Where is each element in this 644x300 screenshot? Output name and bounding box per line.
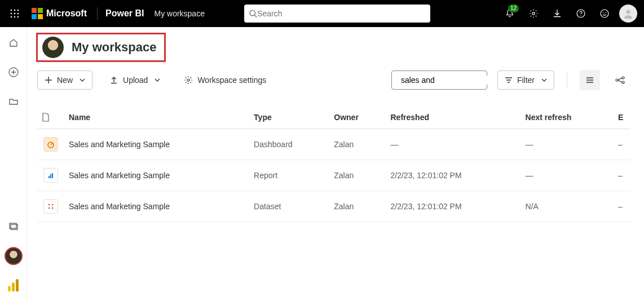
filter-button[interactable]: Filter bbox=[497, 70, 554, 90]
waffle-icon bbox=[10, 9, 19, 18]
table-row[interactable]: Sales and Marketing Sample Dataset Zalan… bbox=[37, 191, 630, 222]
svg-point-9 bbox=[250, 10, 255, 16]
svg-point-34 bbox=[52, 208, 53, 209]
svg-line-10 bbox=[254, 15, 257, 17]
list-view-button[interactable] bbox=[580, 70, 600, 90]
cell-refreshed: 2/2/23, 12:01:02 PM bbox=[386, 160, 521, 191]
account-button[interactable] bbox=[618, 3, 638, 24]
nav-create[interactable] bbox=[5, 63, 23, 81]
content-list: Name Type Owner Refreshed Next refresh E… bbox=[27, 96, 644, 222]
svg-point-3 bbox=[11, 13, 12, 15]
svg-rect-29 bbox=[50, 174, 51, 178]
workspace-header: My workspace bbox=[36, 33, 166, 62]
question-icon bbox=[576, 8, 586, 19]
table-row[interactable]: Sales and Marketing Sample Report Zalan … bbox=[37, 160, 630, 191]
workspace-settings-label: Workspace settings bbox=[197, 76, 266, 85]
left-nav bbox=[0, 27, 27, 300]
nav-powerbi[interactable] bbox=[5, 276, 23, 294]
cell-name[interactable]: Sales and Marketing Sample bbox=[64, 160, 249, 191]
cell-owner: Zalan bbox=[329, 160, 386, 191]
list-view-icon bbox=[585, 76, 594, 85]
col-type[interactable]: Type bbox=[249, 106, 329, 129]
cell-next: — bbox=[521, 129, 614, 160]
cell-type: Dataset bbox=[249, 191, 329, 222]
workspace-toolbar: New Upload Workspace settings Filter bbox=[27, 62, 644, 96]
nav-my-workspace[interactable] bbox=[5, 247, 23, 265]
cell-name[interactable]: Sales and Marketing Sample bbox=[64, 191, 249, 222]
folder-icon bbox=[8, 96, 19, 107]
file-icon bbox=[42, 113, 50, 122]
cell-type: Dashboard bbox=[249, 129, 329, 160]
toolbar-divider bbox=[567, 72, 567, 88]
main-content: My workspace New Upload Workspace settin… bbox=[27, 27, 644, 300]
col-refreshed[interactable]: Refreshed bbox=[386, 106, 521, 129]
content-search[interactable] bbox=[391, 70, 487, 90]
svg-point-15 bbox=[603, 12, 604, 14]
home-icon bbox=[8, 38, 19, 48]
nav-browse[interactable] bbox=[5, 92, 23, 111]
cell-last: – bbox=[614, 160, 630, 191]
chevron-down-icon bbox=[155, 77, 160, 83]
nav-home[interactable] bbox=[5, 34, 23, 52]
svg-point-17 bbox=[627, 10, 630, 14]
svg-point-2 bbox=[17, 10, 19, 11]
feedback-button[interactable] bbox=[594, 3, 615, 24]
workspace-avatar bbox=[42, 37, 64, 58]
cell-refreshed: — bbox=[386, 129, 521, 160]
microsoft-logo: Microsoft bbox=[29, 8, 89, 19]
cell-name[interactable]: Sales and Marketing Sample bbox=[64, 129, 249, 160]
app-launcher-button[interactable] bbox=[6, 5, 24, 23]
table-row[interactable]: Sales and Marketing Sample Dashboard Zal… bbox=[37, 129, 630, 160]
powerbi-icon bbox=[8, 279, 19, 292]
download-button[interactable] bbox=[547, 3, 567, 24]
plus-icon bbox=[45, 76, 52, 84]
gear-icon bbox=[528, 8, 539, 19]
col-next-refresh[interactable]: Next refresh bbox=[521, 106, 614, 129]
product-name[interactable]: Power BI bbox=[105, 8, 144, 19]
chevron-down-icon bbox=[541, 77, 547, 83]
lineage-view-button[interactable] bbox=[610, 70, 630, 90]
nav-workspaces[interactable] bbox=[5, 218, 23, 236]
workspaces-icon bbox=[8, 222, 19, 232]
new-button-label: New bbox=[57, 76, 73, 85]
lineage-view-icon bbox=[615, 76, 625, 85]
col-last[interactable]: E bbox=[614, 106, 630, 129]
svg-point-32 bbox=[52, 204, 53, 205]
svg-point-26 bbox=[622, 81, 624, 83]
search-icon bbox=[249, 9, 257, 18]
svg-point-5 bbox=[17, 13, 19, 15]
filter-button-label: Filter bbox=[517, 76, 535, 85]
table-header-row: Name Type Owner Refreshed Next refresh E bbox=[37, 106, 630, 129]
notifications-button[interactable]: 12 bbox=[500, 3, 520, 24]
svg-point-11 bbox=[532, 12, 535, 15]
svg-point-6 bbox=[11, 16, 12, 18]
breadcrumb-workspace[interactable]: My workspace bbox=[154, 9, 204, 18]
content-search-input[interactable] bbox=[401, 76, 500, 85]
col-name[interactable]: Name bbox=[64, 106, 249, 129]
new-button[interactable]: New bbox=[37, 70, 92, 90]
settings-button[interactable] bbox=[523, 3, 544, 24]
upload-button[interactable]: Upload bbox=[103, 70, 167, 90]
svg-rect-28 bbox=[48, 176, 50, 178]
workspace-settings-button[interactable]: Workspace settings bbox=[177, 70, 273, 90]
global-search[interactable] bbox=[244, 5, 430, 23]
cell-owner: Zalan bbox=[329, 191, 386, 222]
global-header: Microsoft Power BI My workspace 12 bbox=[0, 0, 644, 27]
svg-point-4 bbox=[14, 13, 16, 15]
cell-next: N/A bbox=[521, 191, 614, 222]
global-search-input[interactable] bbox=[257, 9, 426, 18]
col-owner[interactable]: Owner bbox=[329, 106, 386, 129]
col-icon[interactable] bbox=[37, 106, 64, 129]
svg-point-7 bbox=[14, 16, 16, 18]
cell-next: — bbox=[521, 160, 614, 191]
help-button[interactable] bbox=[571, 3, 591, 24]
svg-point-0 bbox=[11, 10, 12, 11]
page-title: My workspace bbox=[72, 40, 156, 55]
gear-icon bbox=[184, 76, 193, 85]
svg-point-25 bbox=[622, 77, 624, 79]
download-icon bbox=[552, 8, 562, 19]
cell-last: – bbox=[614, 129, 630, 160]
chevron-down-icon bbox=[80, 77, 85, 83]
header-actions: 12 bbox=[500, 3, 638, 24]
report-icon bbox=[43, 168, 58, 183]
